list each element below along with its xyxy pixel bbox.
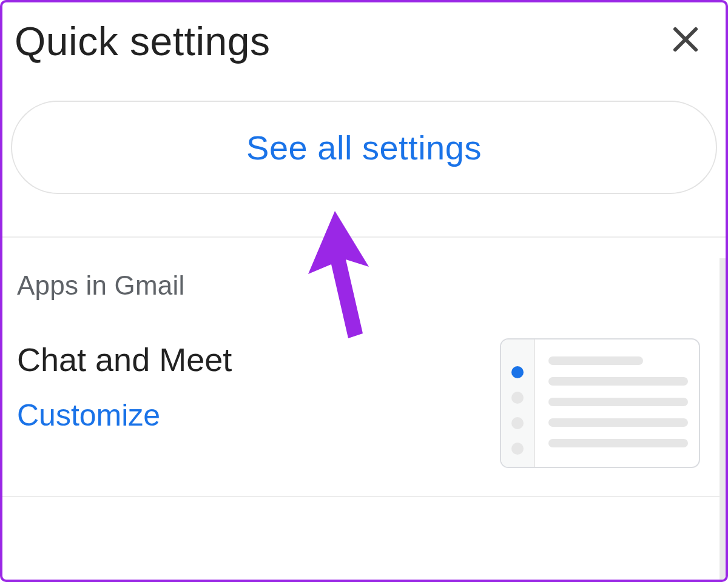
preview-line [548,398,688,406]
close-button[interactable] [667,23,704,59]
see-all-settings-label: See all settings [246,128,482,167]
close-icon [672,24,699,59]
preview-line [548,377,688,386]
option-text-column: Chat and Meet Customize [17,341,232,433]
preview-dot [511,443,524,455]
preview-body [535,340,699,467]
see-all-container: See all settings [2,64,726,194]
panel-header: Quick settings [2,2,726,64]
divider [2,496,726,497]
quick-settings-panel: Quick settings See all settings Apps in … [0,0,728,582]
preview-sidebar [501,340,535,467]
panel-title: Quick settings [15,18,271,64]
preview-dot [511,417,524,429]
chat-and-meet-option[interactable]: Chat and Meet Customize [17,341,711,468]
preview-line [548,418,688,427]
scrollbar-track[interactable] [720,258,726,580]
customize-link[interactable]: Customize [17,398,232,433]
option-label: Chat and Meet [17,341,232,378]
preview-dot-active [511,366,524,378]
section-title: Apps in Gmail [17,270,711,301]
layout-preview-thumbnail [500,338,700,468]
see-all-settings-button[interactable]: See all settings [11,101,717,194]
preview-line [548,356,643,365]
preview-line [548,439,688,447]
preview-dot [511,392,524,404]
apps-in-gmail-section: Apps in Gmail Chat and Meet Customize [2,238,726,468]
